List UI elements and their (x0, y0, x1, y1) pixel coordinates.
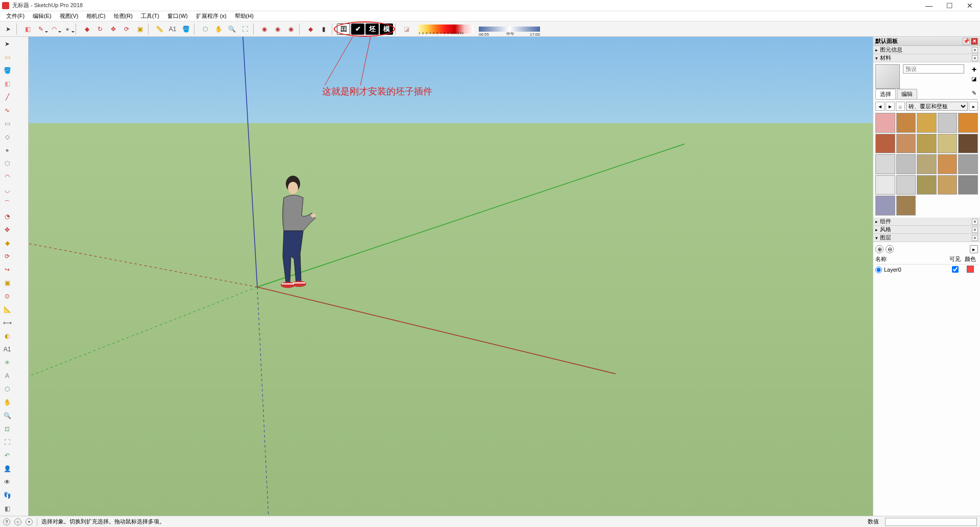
warehouse1-icon[interactable]: ◉ (258, 23, 271, 35)
arc-tool-icon[interactable]: ◠ (48, 23, 60, 35)
ext2-icon[interactable]: ▮ (317, 23, 330, 35)
rotate2-icon[interactable]: ⟳ (1, 250, 13, 262)
material-swatch[interactable] (896, 113, 916, 133)
material-swatch[interactable] (938, 154, 958, 174)
add-layer-button[interactable]: ⊕ (875, 245, 884, 253)
walk-icon[interactable]: 👣 (1, 489, 13, 501)
rect-icon[interactable]: ▭ (1, 117, 13, 130)
arc2-icon[interactable]: ◡ (1, 184, 13, 196)
material-category-select[interactable]: 砖、覆层和壁板 (906, 102, 968, 111)
pushpull-icon[interactable]: ◆ (81, 23, 93, 35)
tape-icon[interactable]: 📏 (153, 23, 165, 35)
status-info-icon[interactable]: ? (3, 518, 10, 525)
arc3-icon[interactable]: ⌒ (1, 197, 13, 209)
material-swatch[interactable] (875, 196, 895, 215)
section-close-icon[interactable]: × (972, 227, 978, 233)
default-panel-header[interactable]: 默认面板 📌 ✕ (873, 37, 980, 46)
pan2-icon[interactable]: ✋ (1, 396, 13, 409)
select-icon[interactable]: ➤ (1, 38, 13, 50)
eraser-misc-icon[interactable]: ◪ (400, 23, 412, 35)
line-icon[interactable]: ╱ (1, 91, 13, 103)
menu-item[interactable]: 视图(V) (56, 11, 83, 21)
pos-cam-icon[interactable]: 👤 (1, 463, 13, 475)
panel-close-icon[interactable]: ✕ (971, 38, 978, 45)
material-swatch[interactable] (917, 113, 937, 133)
protractor-icon[interactable]: ◐ (1, 330, 13, 342)
entity-info-section[interactable]: 图元信息 × (873, 46, 980, 54)
material-swatch[interactable] (875, 154, 895, 174)
maximize-button[interactable]: ☐ (939, 0, 960, 11)
zoom-ext-icon[interactable]: ⛶ (239, 23, 251, 35)
material-swatch[interactable] (958, 175, 978, 195)
paint-bucket-icon[interactable]: 🪣 (1, 64, 13, 77)
warehouse3-icon[interactable]: ◉ (285, 23, 297, 35)
offset2-icon[interactable]: ⊙ (1, 290, 13, 302)
menu-item[interactable]: 编辑(E) (29, 11, 56, 21)
material-swatch[interactable] (958, 134, 978, 154)
menu-item[interactable]: 窗口(W) (163, 11, 192, 21)
color-gradient-bar[interactable]: 1 2 3 4 5 6 7 8 9 101112 (418, 25, 474, 34)
arc1-icon[interactable]: ◠ (1, 171, 13, 183)
viewport-3d[interactable]: 这就是刚才安装的坯子插件 (29, 37, 873, 516)
polygon-icon[interactable]: ⬡ (1, 157, 13, 170)
nav-home-icon[interactable]: ⌂ (896, 102, 905, 111)
material-swatch[interactable] (875, 175, 895, 195)
material-swatch[interactable] (938, 134, 958, 154)
eyedropper-icon[interactable]: ✎ (970, 89, 978, 97)
material-swatch[interactable] (938, 113, 958, 133)
shadow-time-bar[interactable]: 06:55中午17:00 (479, 23, 540, 35)
select-arrow-icon[interactable]: ➤ (2, 23, 14, 35)
menu-item[interactable]: 帮助(H) (231, 11, 258, 21)
minimize-button[interactable]: — (919, 0, 939, 11)
text2-icon[interactable]: A1 (1, 343, 13, 355)
material-preview[interactable] (875, 64, 900, 89)
menu-item[interactable]: 工具(T) (137, 11, 163, 21)
look-icon[interactable]: 👁 (1, 476, 13, 488)
ext1-icon[interactable]: ◆ (304, 23, 316, 35)
section-icon[interactable]: ◧ (1, 502, 13, 515)
materials-select-tab[interactable]: 选择 (875, 89, 896, 99)
layers-section[interactable]: 图层 × (873, 234, 980, 242)
remove-layer-button[interactable]: ⊖ (886, 245, 894, 253)
tape2-icon[interactable]: 📐 (1, 303, 13, 316)
freehand-icon[interactable]: ∿ (1, 104, 13, 116)
zoom-icon[interactable]: 🔍 (226, 23, 238, 35)
layer-color-swatch[interactable] (967, 266, 974, 273)
nav-fwd-icon[interactable]: ► (886, 102, 895, 111)
material-swatch[interactable] (875, 113, 895, 133)
dim-icon[interactable]: ⟷ (1, 317, 13, 329)
layer-row[interactable]: Layer0 (875, 265, 978, 275)
section-close-icon[interactable]: × (972, 47, 978, 53)
materials-section[interactable]: 材料 × (873, 54, 980, 62)
material-swatch[interactable] (958, 113, 978, 133)
text-icon[interactable]: A1 (166, 23, 179, 35)
material-swatch[interactable] (917, 175, 937, 195)
panel-pin-icon[interactable]: 📌 (963, 38, 970, 45)
default-material-icon[interactable]: ◪ (970, 75, 978, 83)
zoomwin-icon[interactable]: ⊡ (1, 423, 13, 435)
plugin-button-3[interactable]: 模 (380, 23, 393, 35)
warehouse2-icon[interactable]: ◉ (272, 23, 284, 35)
material-swatch[interactable] (917, 134, 937, 154)
menu-item[interactable]: 绘图(R) (110, 11, 137, 21)
line-tool-icon[interactable]: ✎ (35, 23, 47, 35)
move-icon[interactable]: ✥ (107, 23, 119, 35)
plugin-button-0[interactable]: 囯 (337, 23, 350, 35)
material-swatch[interactable] (896, 154, 916, 174)
rotate-icon[interactable]: ⟳ (120, 23, 133, 35)
material-swatch[interactable] (896, 196, 916, 215)
value-input[interactable] (885, 518, 977, 526)
circle-icon[interactable]: ● (1, 144, 13, 156)
section-close-icon[interactable]: × (972, 235, 978, 241)
layer-menu-icon[interactable]: ▸ (970, 245, 978, 253)
status-user-icon[interactable]: • (26, 518, 33, 525)
material-name-input[interactable] (903, 64, 964, 74)
pie-icon[interactable]: ◔ (1, 210, 13, 223)
material-swatch[interactable] (958, 154, 978, 174)
axes-icon[interactable]: ✳ (1, 356, 13, 369)
layer-active-radio[interactable] (875, 267, 882, 273)
menu-item[interactable]: 扩展程序 (x) (192, 11, 231, 21)
create-material-icon[interactable]: ✚ (970, 65, 978, 74)
shape-tool-icon[interactable]: ● (61, 23, 74, 35)
scale-icon[interactable]: ▣ (134, 23, 146, 35)
